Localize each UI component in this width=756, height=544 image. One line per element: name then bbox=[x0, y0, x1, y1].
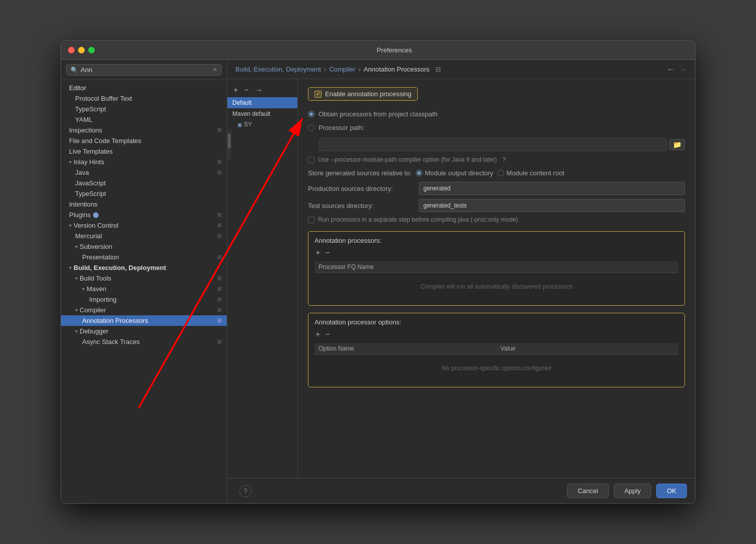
remove-option-button[interactable]: − bbox=[324, 330, 331, 339]
sidebar-item-protocol-buffer-text[interactable]: Protocol Buffer Text bbox=[61, 93, 227, 104]
test-sources-row: Test sources directory: bbox=[308, 199, 685, 212]
sidebar-item-maven[interactable]: ▾ Maven ⊞ bbox=[61, 284, 227, 294]
radio-obtain-processors[interactable]: Obtain processors from project classpath bbox=[308, 109, 685, 119]
arrow-icon: ▾ bbox=[75, 328, 78, 334]
arrow-icon: ▾ bbox=[75, 307, 78, 313]
sidebar-item-yaml[interactable]: YAML bbox=[61, 114, 227, 125]
check-mark: ✓ bbox=[316, 91, 321, 97]
nav-arrows: ← → bbox=[667, 65, 687, 74]
sidebar-item-build-exec-deploy[interactable]: ▾ Build, Execution, Deployment bbox=[61, 262, 227, 273]
option-columns: Option Name Value bbox=[314, 343, 678, 355]
sidebar-item-compiler[interactable]: ▾ Compiler ⊞ bbox=[61, 305, 227, 315]
move-config-button[interactable]: → bbox=[253, 85, 265, 95]
no-options-msg: No processor-specific options configured bbox=[314, 355, 678, 382]
sidebar-item-build-tools[interactable]: ▾ Build Tools ⊞ bbox=[61, 273, 227, 284]
sidebar-item-typescript-1[interactable]: TypeScript bbox=[61, 104, 227, 114]
options-toolbar: + − bbox=[314, 330, 678, 339]
module-path-checkbox[interactable] bbox=[308, 157, 314, 163]
back-arrow[interactable]: ← bbox=[667, 65, 675, 74]
arrow-icon: ▾ bbox=[75, 244, 78, 249]
settings-icon: ⊞ bbox=[217, 212, 222, 218]
sidebar-item-presentation[interactable]: Presentation ⊞ bbox=[61, 252, 227, 262]
test-sources-input[interactable] bbox=[419, 199, 685, 212]
enable-annotation-wrap: ✓ Enable annotation processing bbox=[308, 87, 418, 101]
sidebar-item-version-control[interactable]: ▾ Version Control ⊞ bbox=[61, 220, 227, 231]
add-processor-button[interactable]: + bbox=[314, 248, 321, 257]
radio-module-output-dot bbox=[417, 171, 421, 175]
label: Live Templates bbox=[69, 148, 112, 155]
search-wrap: 🔍 ✕ bbox=[66, 64, 222, 76]
compiler-auto-msg: Compiler will run all automatically disc… bbox=[314, 273, 678, 300]
sidebar-item-intentions[interactable]: Intentions bbox=[61, 199, 227, 210]
minimize-button[interactable] bbox=[78, 47, 85, 53]
ok-button[interactable]: OK bbox=[656, 484, 687, 498]
label: Intentions bbox=[69, 200, 97, 208]
separate-step-label: Run processors in a separate step before… bbox=[318, 216, 518, 223]
label: TypeScript bbox=[75, 105, 106, 113]
settings-panel: ✓ Enable annotation processing Obtain pr… bbox=[298, 79, 695, 478]
fullscreen-button[interactable] bbox=[88, 47, 95, 53]
config-item-sy[interactable]: ▣ SY bbox=[227, 119, 297, 129]
radio-module-output-circle bbox=[416, 170, 422, 176]
label: Inlay Hints bbox=[74, 158, 104, 166]
sidebar-item-annotation-processors[interactable]: Annotation Processors ⊞ bbox=[61, 315, 227, 326]
radio-module-content[interactable]: Module content root bbox=[497, 169, 564, 177]
breadcrumb-part2[interactable]: Compiler bbox=[329, 65, 355, 73]
main-content: 🔍 ✕ Editor Protocol Buffer Text TypeScri… bbox=[61, 60, 695, 503]
sidebar-item-typescript-2[interactable]: TypeScript bbox=[61, 188, 227, 199]
forward-arrow[interactable]: → bbox=[679, 65, 687, 74]
production-sources-input[interactable] bbox=[419, 182, 685, 195]
settings-icon: ⊞ bbox=[217, 275, 222, 282]
sidebar-item-file-code-templates[interactable]: File and Code Templates bbox=[61, 135, 227, 146]
sidebar-item-mercurial[interactable]: Mercurial ⊞ bbox=[61, 231, 227, 241]
search-input[interactable] bbox=[81, 66, 213, 74]
sidebar-item-live-templates[interactable]: Live Templates bbox=[61, 146, 227, 157]
arrow-icon: ▾ bbox=[75, 276, 78, 281]
radio-module-output[interactable]: Module output directory bbox=[416, 169, 493, 177]
sidebar-item-subversion[interactable]: ▾ Subversion bbox=[61, 241, 227, 252]
help-button[interactable]: ? bbox=[239, 485, 251, 497]
add-config-button[interactable]: + bbox=[231, 85, 240, 95]
arrow-icon: ▾ bbox=[69, 223, 72, 228]
store-generated-label: Store generated sources relative to: bbox=[308, 169, 412, 177]
settings-icon: ⊞ bbox=[217, 127, 222, 133]
apply-button[interactable]: Apply bbox=[614, 484, 652, 498]
sidebar-item-plugins[interactable]: Plugins ⬤ ⊞ bbox=[61, 210, 227, 220]
config-item-default[interactable]: Default bbox=[227, 97, 297, 108]
label: Maven default bbox=[232, 110, 270, 117]
preferences-window: Preferences 🔍 ✕ Editor Pr bbox=[60, 40, 696, 504]
search-clear-icon[interactable]: ✕ bbox=[213, 66, 217, 73]
remove-processor-button[interactable]: − bbox=[324, 248, 331, 257]
breadcrumb-menu-icon[interactable]: ⊟ bbox=[435, 65, 441, 73]
label: Build, Execution, Deployment bbox=[74, 264, 166, 271]
sidebar-item-editor[interactable]: Editor bbox=[61, 83, 227, 93]
config-item-maven-default[interactable]: Maven default bbox=[227, 108, 297, 119]
module-output-label: Module output directory bbox=[425, 169, 493, 177]
remove-config-button[interactable]: − bbox=[242, 85, 250, 95]
sidebar-item-async-stack-traces[interactable]: Async Stack Traces ⊞ bbox=[61, 336, 227, 347]
add-option-button[interactable]: + bbox=[314, 330, 321, 339]
separate-step-checkbox[interactable] bbox=[308, 217, 314, 223]
production-sources-label: Production sources directory: bbox=[308, 185, 419, 192]
sidebar-item-importing[interactable]: Importing ⊞ bbox=[61, 294, 227, 305]
sidebar-item-debugger[interactable]: ▾ Debugger bbox=[61, 326, 227, 336]
breadcrumb-sep1: › bbox=[324, 65, 326, 73]
sidebar-item-java[interactable]: Java ⊞ bbox=[61, 167, 227, 178]
breadcrumb-part1[interactable]: Build, Execution, Deployment bbox=[235, 65, 321, 73]
label: Java bbox=[75, 169, 89, 176]
browse-folder-button[interactable]: 📁 bbox=[669, 139, 685, 150]
right-panel: Build, Execution, Deployment › Compiler … bbox=[227, 60, 695, 503]
processor-path-input[interactable] bbox=[319, 138, 667, 151]
sidebar-item-inlay-hints[interactable]: ▾ Inlay Hints ⊞ bbox=[61, 157, 227, 167]
settings-icon: ⊞ bbox=[217, 254, 222, 260]
traffic-lights bbox=[68, 47, 95, 53]
sidebar-item-javascript[interactable]: JavaScript bbox=[61, 178, 227, 188]
cancel-button[interactable]: Cancel bbox=[567, 484, 608, 498]
sidebar-item-inspections[interactable]: Inspections ⊞ bbox=[61, 125, 227, 135]
radio-group: Obtain processors from project classpath… bbox=[308, 109, 685, 133]
question-icon[interactable]: ? bbox=[502, 156, 506, 163]
radio-processor-path[interactable]: Processor path: bbox=[308, 122, 685, 133]
processor-path-row: 📁 bbox=[319, 138, 685, 151]
close-button[interactable] bbox=[68, 47, 75, 53]
enable-annotation-checkbox[interactable]: ✓ bbox=[314, 91, 322, 98]
